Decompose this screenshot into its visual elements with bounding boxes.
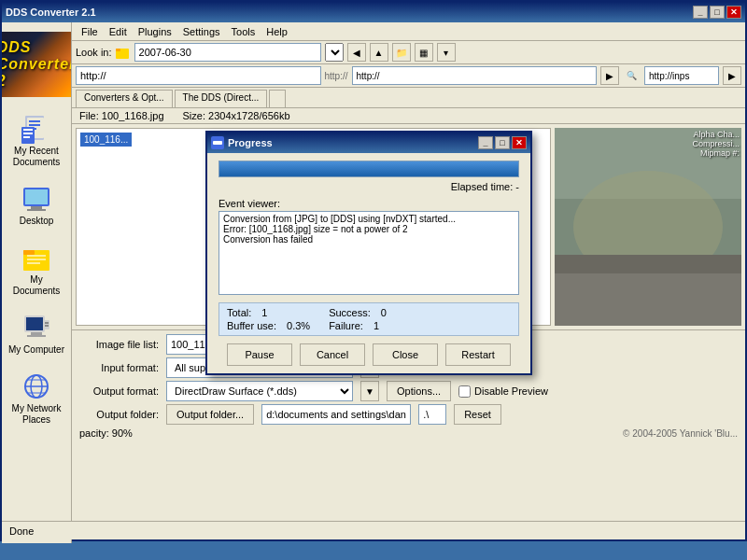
menu-help[interactable]: Help: [261, 24, 293, 39]
svg-rect-14: [23, 250, 35, 255]
tab-converters[interactable]: Converters & Opt...: [76, 90, 173, 107]
output-folder-input[interactable]: [261, 404, 411, 425]
right-panel-info: Alpha Cha... Compressi... Mipmap #:: [692, 130, 740, 158]
event-line-2: Conversion has failed: [223, 234, 514, 245]
svg-rect-38: [213, 141, 222, 145]
failure-val: 1: [374, 320, 379, 331]
buffer-use-label: Buffer use:: [227, 320, 276, 331]
tabs-area: Converters & Opt... The DDS (Direct...: [72, 88, 745, 108]
selected-file[interactable]: 100_116...: [80, 133, 132, 147]
address-input[interactable]: [76, 66, 321, 85]
menu-settings[interactable]: Settings: [177, 24, 226, 39]
progress-titlebar-btns: _ □ ✕: [478, 136, 527, 149]
disable-preview-label: Disable Preview: [474, 385, 548, 397]
nav-back-btn[interactable]: ◀: [347, 43, 366, 62]
lookin-dropdown[interactable]: [325, 43, 344, 62]
output-format-select[interactable]: DirectDraw Surface (*.dds): [166, 381, 353, 401]
my-computer-label: My Computer: [8, 344, 64, 356]
failure-label: Failure:: [329, 320, 363, 331]
file-size-info: Size: 2304x1728/656kb: [183, 110, 290, 121]
lookin-input[interactable]: [134, 43, 321, 62]
file-info-bar: File: 100_1168.jpg Size: 2304x1728/656kb: [72, 108, 745, 124]
main-window-titlebar: DDS Converter 2.1 _ □ ✕: [2, 2, 745, 22]
close-button[interactable]: ✕: [726, 6, 741, 19]
svg-rect-6: [23, 129, 33, 131]
url-input[interactable]: [352, 66, 598, 85]
nav-extra-btn[interactable]: ▾: [437, 43, 456, 62]
menubar: File Edit Plugins Settings Tools Help: [72, 22, 745, 41]
menu-edit[interactable]: Edit: [104, 24, 133, 39]
copyright-label: © 2004-2005 Yannick 'Blu...: [623, 428, 738, 439]
svg-rect-21: [27, 335, 46, 337]
desktop-icon[interactable]: Desktop: [5, 179, 68, 231]
maximize-button[interactable]: □: [710, 6, 725, 19]
svg-rect-20: [31, 332, 42, 335]
image-panel: Alpha Cha... Compressi... Mipmap #:: [555, 128, 741, 326]
search-go-btn[interactable]: ▶: [723, 66, 741, 85]
lookin-bar: Look in: ◀ ▲ 📁 ▦ ▾: [72, 41, 745, 64]
dialog-close-btn[interactable]: Close: [373, 343, 438, 366]
progress-close-btn[interactable]: ✕: [512, 136, 527, 149]
compression-info: Compressi...: [692, 139, 740, 148]
my-network-places-label: My Network Places: [7, 403, 65, 426]
svg-rect-2: [29, 120, 40, 122]
my-documents-label: My Documents: [7, 274, 65, 297]
progress-dialog: Progress _ □ ✕ Elapsed time: - Event vie…: [205, 131, 532, 375]
menu-plugins[interactable]: Plugins: [133, 24, 177, 39]
search-input[interactable]: [644, 66, 719, 85]
search-label: 🔍: [623, 71, 641, 80]
options-btn[interactable]: Options...: [387, 381, 451, 401]
event-viewer-label: Event viewer:: [218, 198, 519, 209]
output-format-label: Output format:: [79, 385, 159, 397]
svg-rect-19: [26, 317, 43, 330]
output-folder-btn[interactable]: Output folder...: [166, 404, 254, 425]
output-folder-dotdot[interactable]: [418, 404, 446, 425]
disable-preview-check[interactable]: [458, 385, 471, 398]
my-network-places-icon[interactable]: My Network Places: [5, 367, 68, 430]
svg-rect-8: [23, 136, 30, 138]
disable-preview-checkbox[interactable]: Disable Preview: [458, 385, 548, 398]
svg-rect-15: [27, 255, 46, 257]
total-val: 1: [261, 307, 267, 318]
nav-up-btn[interactable]: ▲: [370, 43, 388, 62]
progress-maximize-btn[interactable]: □: [495, 136, 510, 149]
my-computer-svg: [21, 313, 51, 343]
tab-2[interactable]: [269, 90, 286, 107]
folder-icon: [116, 45, 131, 60]
nav-views-btn[interactable]: ▦: [415, 43, 433, 62]
my-documents-icon[interactable]: My Documents: [5, 238, 68, 301]
my-computer-icon[interactable]: My Computer: [5, 308, 68, 360]
output-folder-label: Output folder:: [79, 409, 159, 420]
svg-rect-31: [116, 49, 120, 51]
svg-rect-7: [23, 133, 33, 134]
input-format-label: Input format:: [79, 362, 159, 373]
network-svg: [21, 371, 51, 401]
nav-folder-btn[interactable]: 📁: [392, 43, 411, 62]
menu-tools[interactable]: Tools: [226, 24, 261, 39]
tab-dds[interactable]: The DDS (Direct...: [175, 90, 268, 107]
stats-area: Total: 1 Buffer use: 0.3% Success: 0 Fai…: [218, 302, 519, 336]
my-docs-svg: [21, 243, 51, 273]
file-name-info: File: 100_1168.jpg: [79, 110, 164, 121]
desktop-svg: [21, 184, 51, 214]
cancel-btn[interactable]: Cancel: [300, 343, 365, 366]
progress-minimize-btn[interactable]: _: [478, 136, 493, 149]
minimize-button[interactable]: _: [693, 6, 708, 19]
elapsed-text: Elapsed time: -: [451, 181, 519, 192]
my-recent-documents-label: My Recent Documents: [7, 146, 65, 168]
event-line-1: Error: [100_1168.jpg] size = not a power…: [223, 224, 514, 234]
pause-btn[interactable]: Pause: [227, 343, 292, 366]
progress-bar-container: [218, 161, 519, 177]
reset-btn[interactable]: Reset: [454, 404, 501, 425]
mipmap-info: Mipmap #:: [692, 148, 740, 158]
elapsed-row: Elapsed time: -: [218, 181, 519, 192]
output-format-arrow[interactable]: ▼: [360, 381, 379, 401]
my-recent-documents-icon[interactable]: My Recent Documents: [5, 109, 68, 173]
svg-rect-36: [555, 273, 741, 326]
go-btn[interactable]: ▶: [600, 66, 619, 85]
event-viewer: Conversion from [JPG] to [DDS] using [nv…: [218, 211, 519, 295]
recent-docs-svg: [21, 114, 51, 144]
restart-btn[interactable]: Restart: [445, 343, 511, 366]
main-window-title: DDS Converter 2.1: [6, 7, 96, 18]
menu-file[interactable]: File: [76, 24, 104, 39]
